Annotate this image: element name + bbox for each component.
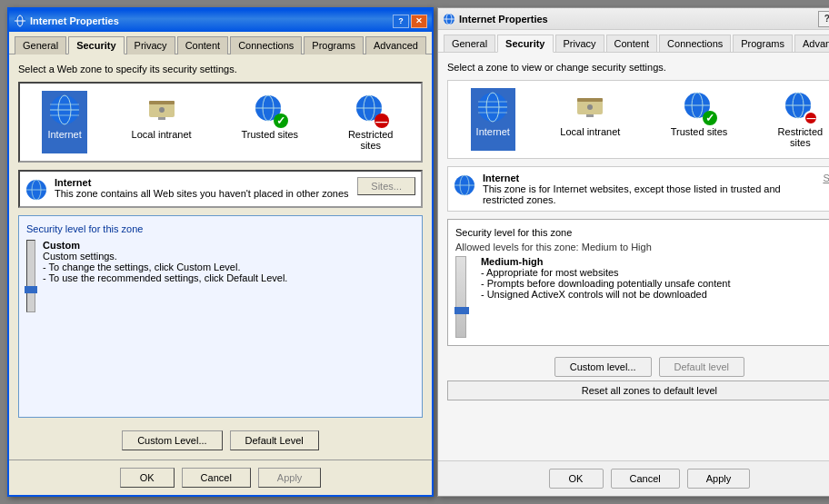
classic-close-btn[interactable]: ✕: [411, 15, 427, 28]
tab-security[interactable]: Security: [68, 36, 124, 54]
modern-info-text: Internet This zone is for Internet websi…: [483, 173, 815, 205]
tab-privacy[interactable]: Privacy: [126, 36, 175, 54]
zone-local-intranet-label: Local intranet: [132, 129, 192, 140]
tab-general[interactable]: General: [15, 36, 66, 54]
modern-bullet2: Prompts before downloading potentially u…: [481, 278, 731, 289]
classic-security-box: Security level for this zone Custom Cust…: [18, 215, 423, 418]
classic-slider: [26, 240, 35, 312]
intranet-icon: [145, 94, 178, 126]
svg-rect-9: [149, 101, 175, 104]
modern-bullet3: Unsigned ActiveX controls will not be do…: [481, 289, 731, 300]
selected-zone-icon: [25, 179, 47, 201]
zone-restricted[interactable]: — Restrictedsites: [343, 91, 399, 153]
modern-zone-trusted-label: Trusted sites: [671, 126, 728, 137]
classic-slider-thumb: [25, 286, 37, 293]
classic-title-controls: ? ✕: [393, 15, 427, 28]
modern-tab-content[interactable]: Content: [606, 35, 658, 53]
modern-globe-icon: [476, 91, 509, 124]
tab-content[interactable]: Content: [177, 36, 229, 54]
modern-zone-trusted[interactable]: ✓ Trusted sites: [665, 88, 734, 151]
zone-restricted-label: Restrictedsites: [348, 129, 394, 151]
classic-window: Internet Properties ? ✕ General Security…: [7, 7, 434, 497]
classic-zone-title: Internet: [55, 177, 350, 188]
modern-tab-general[interactable]: General: [444, 35, 495, 53]
classic-tab-bar: General Security Privacy Content Connect…: [9, 32, 432, 54]
modern-tab-programs[interactable]: Programs: [733, 35, 793, 53]
classic-default-level-btn[interactable]: Default Level: [230, 430, 319, 450]
modern-zone-restricted[interactable]: — Restrictedsites: [773, 88, 829, 151]
zone-trusted-icon: ✓: [254, 94, 286, 126]
modern-tab-advanced[interactable]: Advanced: [794, 35, 829, 53]
modern-slider: [455, 256, 466, 338]
classic-ok-btn[interactable]: OK: [120, 468, 175, 488]
svg-point-10: [159, 107, 165, 113]
modern-apply-btn[interactable]: Apply: [687, 469, 751, 489]
modern-level-text: Medium-high Appropriate for most website…: [481, 256, 731, 300]
modern-zone-restricted-icon: —: [784, 91, 816, 124]
modern-medium-high-label: Medium-high: [481, 256, 731, 267]
classic-zone-desc: This zone contains all Web sites you hav…: [55, 188, 350, 199]
modern-title-text: Internet Properties: [459, 14, 548, 25]
modern-default-level-btn[interactable]: Default level: [659, 357, 745, 377]
classic-custom-line2: - To use the recommended settings, click…: [43, 272, 287, 283]
modern-help-btn[interactable]: ?: [818, 11, 829, 27]
classic-slider-track: [26, 240, 35, 312]
modern-tab-security[interactable]: Security: [497, 35, 553, 53]
classic-custom-settings: Custom settings.: [43, 251, 287, 262]
modern-zone-intranet-icon: [574, 91, 606, 124]
modern-dialog-buttons: OK Cancel Apply: [438, 460, 829, 496]
zone-restricted-icon: —: [355, 94, 387, 126]
modern-reset-container: Reset all zones to default level: [447, 380, 829, 410]
tab-advanced[interactable]: Advanced: [365, 36, 426, 54]
classic-custom-label: Custom: [43, 240, 287, 251]
zone-internet-label: Internet: [47, 129, 81, 140]
modern-bullet-list: Appropriate for most websites Prompts be…: [481, 267, 731, 300]
classic-apply-btn[interactable]: Apply: [258, 468, 322, 488]
modern-tab-connections[interactable]: Connections: [659, 35, 731, 53]
modern-title-controls: ? ✕: [818, 11, 829, 27]
modern-zone-trusted-icon: ✓: [683, 91, 715, 124]
classic-cancel-btn[interactable]: Cancel: [182, 468, 251, 488]
classic-help-btn[interactable]: ?: [393, 15, 409, 28]
svg-rect-11: [158, 117, 165, 120]
classic-description: Select a Web zone to specify its securit…: [18, 64, 423, 74]
modern-allowed-text: Allowed levels for this zone: Medium to …: [455, 242, 829, 252]
modern-reset-btn[interactable]: Reset all zones to default level: [447, 380, 829, 400]
modern-zone-internet[interactable]: Internet: [471, 88, 515, 151]
modern-level-buttons: Custom level... Default level: [447, 357, 829, 377]
zone-trusted-label: Trusted sites: [242, 129, 299, 140]
tab-programs[interactable]: Programs: [304, 36, 364, 54]
modern-tab-bar: General Security Privacy Content Connect…: [438, 30, 829, 53]
classic-sites-button[interactable]: Sites...: [357, 177, 415, 195]
zone-internet-icon: [48, 94, 81, 126]
modern-tab-privacy[interactable]: Privacy: [555, 35, 604, 53]
modern-zone-local-intranet[interactable]: Local intranet: [554, 88, 625, 151]
modern-description: Select a zone to view or change security…: [447, 62, 829, 73]
classic-custom-text: Custom Custom settings. - To change the …: [43, 240, 287, 283]
modern-ok-btn[interactable]: OK: [549, 469, 604, 489]
zone-trusted[interactable]: ✓ Trusted sites: [236, 91, 305, 153]
modern-zone-internet-label: Internet: [476, 126, 510, 137]
classic-title-bar: Internet Properties ? ✕: [9, 10, 432, 32]
globe-icon: [48, 94, 81, 126]
svg-point-31: [587, 104, 593, 110]
classic-info-box: Internet This zone contains all Web site…: [18, 170, 423, 208]
tab-connections[interactable]: Connections: [230, 36, 302, 54]
modern-custom-level-btn[interactable]: Custom level...: [554, 357, 652, 377]
modern-ie-icon: [443, 13, 455, 25]
modern-slider-thumb: [454, 307, 469, 314]
modern-cancel-btn[interactable]: Cancel: [611, 469, 680, 489]
zone-internet[interactable]: Internet: [42, 91, 86, 153]
classic-custom-level-btn[interactable]: Custom Level...: [122, 430, 222, 450]
classic-content: Select a Web zone to specify its securit…: [9, 54, 432, 460]
modern-zone-restricted-label: Restrictedsites: [778, 126, 824, 148]
modern-title-bar: Internet Properties ? ✕: [438, 8, 829, 30]
classic-dialog-buttons: OK Cancel Apply: [9, 460, 432, 495]
modern-zone-desc: This zone is for Internet websites, exce…: [483, 183, 815, 205]
zone-local-intranet[interactable]: Local intranet: [126, 91, 197, 153]
modern-zones-area: Internet Local intranet: [447, 80, 829, 159]
classic-custom-line1: - To change the settings, click Custom L…: [43, 262, 287, 272]
ie-icon: [14, 15, 26, 27]
modern-info-box: Internet This zone is for Internet websi…: [447, 166, 829, 212]
zone-local-intranet-icon: [145, 94, 178, 126]
